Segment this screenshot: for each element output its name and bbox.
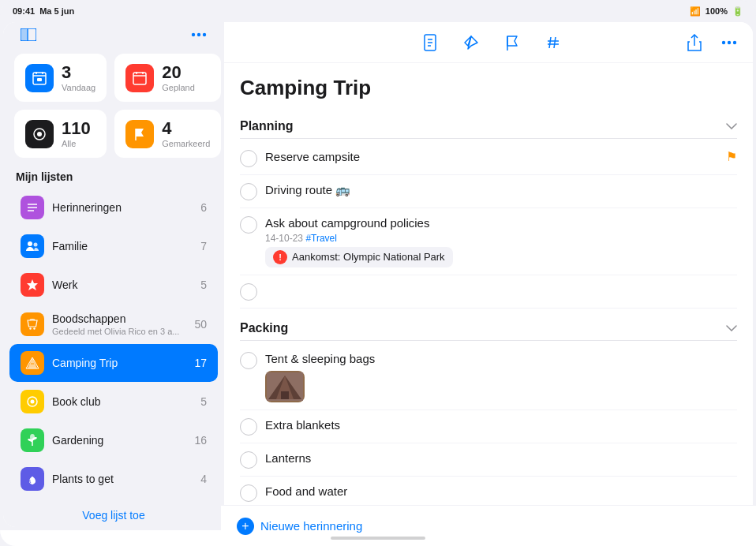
planning-chevron-icon[interactable] bbox=[726, 123, 737, 129]
camping-count: 17 bbox=[194, 357, 207, 369]
task-text-blankets: Extra blankets bbox=[265, 418, 340, 432]
status-bar-right: 📶 100% 🔋 bbox=[690, 6, 743, 17]
boodschappen-text: Boodschappen Gedeeld met Olivia Rico en … bbox=[52, 312, 186, 336]
battery-level: 100% bbox=[705, 6, 728, 16]
list-item-herinneringen[interactable]: Herinneringen 6 bbox=[9, 189, 218, 226]
list-item-plantstoget[interactable]: Plants to get 4 bbox=[9, 460, 218, 498]
familie-icon bbox=[21, 234, 44, 258]
svg-point-42 bbox=[728, 40, 731, 43]
flag-icon[interactable] bbox=[501, 32, 523, 54]
task-checkbox-empty[interactable] bbox=[240, 283, 257, 301]
battery-icon: 🔋 bbox=[732, 6, 743, 17]
svg-point-30 bbox=[31, 400, 35, 404]
task-flag-reserve: ⚑ bbox=[726, 149, 737, 164]
location-text: Aankomst: Olympic National Park bbox=[292, 251, 445, 263]
toolbar-right bbox=[683, 32, 740, 54]
more-button[interactable] bbox=[718, 32, 740, 54]
task-content-blankets: Extra blankets bbox=[265, 417, 737, 433]
list-item-familie[interactable]: Familie 7 bbox=[9, 227, 218, 265]
task-checkbox-food[interactable] bbox=[240, 484, 257, 502]
task-checkbox-blankets[interactable] bbox=[240, 418, 257, 436]
werk-icon bbox=[21, 273, 44, 297]
planning-section-header: Planning bbox=[240, 113, 737, 139]
task-content-policies: Ask about campground policies 14-10-23 #… bbox=[265, 215, 737, 267]
familie-label: Familie bbox=[52, 240, 88, 252]
task-checkbox-policies[interactable] bbox=[240, 216, 257, 234]
task-checkbox-lanterns[interactable] bbox=[240, 451, 257, 469]
today-info: 3 Vandaag bbox=[62, 63, 95, 92]
task-checkbox-tent[interactable] bbox=[240, 352, 257, 369]
today-label: Vandaag bbox=[62, 83, 95, 92]
list-item-werk[interactable]: Werk 5 bbox=[9, 266, 218, 304]
boodschappen-count: 50 bbox=[194, 318, 207, 331]
all-icon bbox=[25, 120, 54, 148]
herinneringen-icon bbox=[21, 196, 44, 219]
svg-line-37 bbox=[549, 37, 551, 48]
svg-point-43 bbox=[733, 40, 736, 43]
task-content-reserve: Reserve campsite bbox=[265, 149, 718, 165]
smart-card-today[interactable]: 3 Vandaag bbox=[14, 54, 107, 102]
app-container: 3 Vandaag 20 Ge bbox=[3, 22, 753, 527]
bookclub-icon bbox=[21, 390, 44, 413]
list-item-gardening[interactable]: Gardening 16 bbox=[9, 421, 218, 459]
task-tag-travel: #Travel bbox=[305, 233, 337, 244]
sidebar-more-button[interactable] bbox=[186, 22, 211, 47]
content-area: Camping Trip Planning Reserve campsite bbox=[224, 63, 753, 527]
today-count: 3 bbox=[62, 63, 95, 82]
status-time: 09:41 bbox=[13, 6, 35, 16]
location-arrow-icon[interactable] bbox=[460, 32, 482, 54]
task-checkbox-driving[interactable] bbox=[240, 183, 257, 200]
herinneringen-label: Herinneringen bbox=[52, 201, 122, 214]
all-info: 110 Alle bbox=[62, 119, 91, 148]
smart-card-all[interactable]: 110 Alle bbox=[14, 110, 107, 158]
wifi-icon: 📶 bbox=[690, 6, 701, 17]
packing-section-header: Packing bbox=[240, 315, 737, 341]
bookclub-text: Book club bbox=[52, 395, 193, 409]
status-bar-left: 09:41 Ma 5 jun bbox=[13, 6, 74, 16]
list-item-camping[interactable]: Camping Trip 17 bbox=[9, 344, 218, 382]
share-button[interactable] bbox=[683, 32, 705, 54]
add-list-button[interactable]: Voeg lijst toe bbox=[82, 509, 144, 522]
new-reminder-label: Nieuwe herinnering bbox=[260, 519, 362, 533]
document-icon[interactable] bbox=[419, 32, 441, 54]
svg-rect-10 bbox=[37, 78, 42, 81]
plantstoget-count: 4 bbox=[200, 473, 207, 485]
gardening-count: 16 bbox=[194, 434, 207, 447]
new-reminder-bar[interactable]: + Nieuwe herinnering bbox=[221, 505, 756, 546]
today-icon bbox=[25, 64, 54, 92]
svg-marker-23 bbox=[27, 279, 38, 290]
sidebar: 3 Vandaag 20 Ge bbox=[3, 22, 224, 527]
familie-text: Familie bbox=[52, 239, 193, 253]
task-row-driving-route: Driving route 🚌 bbox=[240, 175, 737, 208]
planning-section-title: Planning bbox=[240, 119, 294, 133]
svg-point-3 bbox=[192, 33, 195, 36]
svg-point-31 bbox=[30, 434, 35, 440]
sidebar-toggle-button[interactable] bbox=[16, 22, 41, 47]
smart-card-planned[interactable]: 20 Gepland bbox=[114, 54, 221, 102]
tent-thumbnail bbox=[265, 371, 305, 402]
list-item-bookclub[interactable]: Book club 5 bbox=[9, 383, 218, 421]
packing-section-title: Packing bbox=[240, 321, 288, 335]
list-item-boodschappen[interactable]: Boodschappen Gedeeld met Olivia Rico en … bbox=[9, 305, 218, 343]
main-toolbar bbox=[224, 22, 753, 63]
camping-text: Camping Trip bbox=[52, 356, 186, 370]
svg-rect-11 bbox=[133, 73, 146, 84]
smart-card-flagged[interactable]: 4 Gemarkeerd bbox=[114, 110, 221, 158]
svg-rect-47 bbox=[281, 391, 289, 399]
svg-point-25 bbox=[33, 328, 35, 330]
task-row-blankets: Extra blankets bbox=[240, 410, 737, 443]
hashtag-icon[interactable] bbox=[542, 32, 564, 54]
task-row-reserve-campsite: Reserve campsite ⚑ bbox=[240, 142, 737, 175]
task-content-tent: Tent & sleeping bags bbox=[265, 351, 737, 403]
task-text-tent: Tent & sleeping bags bbox=[265, 352, 375, 365]
status-day: Ma 5 jun bbox=[39, 6, 74, 16]
task-checkbox-reserve[interactable] bbox=[240, 150, 257, 167]
svg-rect-0 bbox=[21, 28, 27, 41]
planned-icon bbox=[125, 64, 154, 92]
packing-chevron-icon[interactable] bbox=[726, 325, 737, 331]
werk-text: Werk bbox=[52, 278, 193, 292]
werk-count: 5 bbox=[200, 279, 207, 291]
boodschappen-subtitle: Gedeeld met Olivia Rico en 3 a... bbox=[52, 327, 186, 336]
task-content-lanterns: Lanterns bbox=[265, 451, 737, 466]
lists-container: Herinneringen 6 Familie bbox=[3, 188, 224, 499]
